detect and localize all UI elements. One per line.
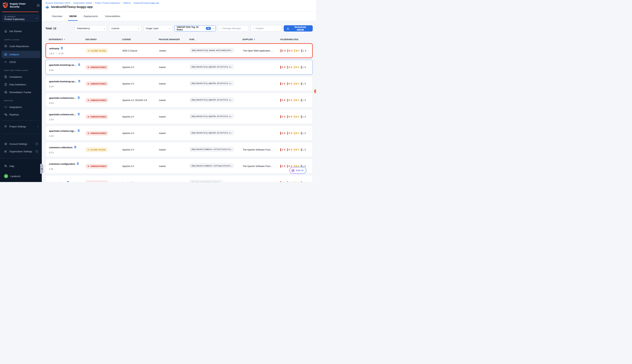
- app-switcher-grid-icon[interactable]: [37, 4, 40, 7]
- info-icon[interactable]: i: [36, 142, 38, 145]
- owasp-risks-filter-select[interactable]: OWASP OSS Top 10 Risks02∨: [174, 25, 216, 32]
- unmaintained-icon: ⊗: [88, 165, 89, 168]
- purl-pill[interactable]: pkg:maven/commons-configuration/…: [190, 164, 234, 168]
- license-value: Apache-2.0: [122, 182, 159, 182]
- purl-pill[interactable]: pkg:maven/org.apache.directory.s…: [190, 98, 234, 102]
- sidebar-item-account-settings[interactable]: Account Settings i: [2, 140, 40, 147]
- license-value: Apache-2.0: [122, 66, 159, 68]
- package-manager-search-input[interactable]: [222, 27, 247, 30]
- sidebar-item-code-repositories[interactable]: Code Repositories: [2, 43, 40, 50]
- sidebar-item-integrations[interactable]: Integrations: [2, 104, 40, 110]
- vuln-c-count: C0: [280, 49, 286, 52]
- layers-icon: [66, 181, 69, 182]
- vuln-c-count: C0: [280, 148, 285, 151]
- layers-icon: [77, 129, 80, 133]
- purl-pill[interactable]: pkg:maven/org.apache.directory.s…: [190, 130, 234, 135]
- purl-pill[interactable]: pkg:maven/org.apache.directory.s…: [190, 64, 234, 69]
- table-row[interactable]: apacheds-schema-boo…1.5.5⊗UNMAINTAINEDAp…: [46, 93, 313, 108]
- col-supplier[interactable]: SUPPLIER▲▼: [242, 38, 280, 40]
- purl-pill[interactable]: pkg:maven/commons-collections/co…: [190, 147, 234, 152]
- breadcrumb-organization[interactable]: Organization: default: [73, 2, 92, 4]
- info-icon[interactable]: i: [36, 150, 38, 153]
- license-filter-select[interactable]: License∨: [109, 25, 142, 32]
- breadcrumb-artifacts[interactable]: Artifacts: [123, 2, 131, 4]
- oss-risk-badge: ⊗UNMAINTAINED: [86, 82, 108, 86]
- breadcrumb-account[interactable]: Account: Automation-SSCA: [46, 2, 70, 4]
- supply-chain-shield-logo: [2, 2, 8, 8]
- supplier-value: The Open Web Application …: [243, 50, 280, 52]
- oss-risk-badge: ⊘CLOSE TO EOL: [86, 147, 108, 152]
- vuln-l-count: L0: [301, 99, 306, 102]
- package-manager-value: maven: [159, 148, 190, 151]
- tab-sbom[interactable]: SBOM: [69, 12, 76, 21]
- sidebar-user-menu[interactable]: L Lavakush: [2, 173, 40, 180]
- sidebar-item-help[interactable]: ? Help: [2, 163, 40, 169]
- sidebar-item-organization-settings[interactable]: Organization Settings i: [2, 148, 40, 155]
- layers-icon: [60, 47, 63, 50]
- table-row[interactable]: antisamy1.5.3→1.7.8⊘CLOSE TO EOLBSD-2-Cl…: [46, 43, 313, 58]
- select-value: License: [112, 27, 119, 30]
- close-to-eol-icon: ⊘: [88, 50, 90, 52]
- sidebar-item-artifacts[interactable]: Artifacts: [2, 51, 40, 58]
- supplier-search-input[interactable]: [256, 27, 280, 30]
- table-row[interactable]: apacheds-bootstrap-ex…1.5.5⊗UNMAINTAINED…: [46, 60, 313, 74]
- chevron-down-icon: ∨: [211, 28, 214, 30]
- owasp-count-badge: 02: [206, 27, 211, 30]
- purl-pill[interactable]: pkg:maven/org.owasp.antisamy/ant…: [190, 48, 234, 52]
- vuln-h-count: H0: [287, 132, 292, 135]
- unmaintained-icon: ⊗: [88, 66, 89, 68]
- col-dependency[interactable]: DEPENDENCY▼: [49, 38, 86, 40]
- table-row[interactable]: apacheds-bootstrap-pa…1.5.5⊗UNMAINTAINED…: [46, 76, 313, 91]
- purl-pill[interactable]: pkg:maven/org.apache.directory.s…: [190, 81, 234, 86]
- project-selector[interactable]: PROJECT Product Exploratory ›: [2, 15, 39, 22]
- ask-ai-button[interactable]: Ask AI: [289, 167, 306, 174]
- table-row[interactable]: commons-collections3.2.2⊘CLOSE TO EOLApa…: [46, 142, 313, 157]
- table-row[interactable]: commons-lang⊗UNMAINTAINEDApache-2.0maven…: [46, 175, 313, 182]
- sidebar-item-project-settings[interactable]: ⚙ Project Settings ›: [2, 123, 40, 130]
- dependency-version: 1.5.3→1.7.8: [49, 52, 86, 54]
- tab-deployments[interactable]: Deployments: [84, 12, 98, 21]
- sidebar-item-label: Account Settings: [9, 142, 27, 145]
- sidebar-item-pipelines[interactable]: Pipelines: [2, 111, 40, 118]
- breadcrumb-artifact-name[interactable]: lavakush07/easy-buggy-app: [134, 2, 159, 4]
- vuln-h-count: H0: [288, 49, 292, 52]
- dependency-name: commons-lang: [49, 182, 65, 182]
- dependency-name: commons-collections: [49, 146, 72, 149]
- page-title: lavakush07/easy-buggy-app: [51, 5, 93, 9]
- dependency-name: apacheds-bootstrap-ex…: [49, 64, 76, 66]
- dependency-name: commons-configuration: [49, 163, 75, 165]
- purl-pill[interactable]: pkg:maven/org.apache.directory.s…: [190, 114, 234, 118]
- pipelines-icon: [4, 113, 7, 116]
- sidebar-collapse-handle[interactable]: ◀: [40, 164, 43, 174]
- vuln-m-count: M0: [294, 82, 299, 85]
- license-value: Apache-2.0: [122, 132, 159, 134]
- download-sbom-button[interactable]: Download SBOM: [284, 25, 313, 32]
- vuln-l-count: L0: [301, 181, 306, 182]
- tab-overview[interactable]: Overview: [52, 12, 62, 21]
- sidebar-item-compliance[interactable]: Compliance: [2, 74, 40, 80]
- vuln-c-count: C0: [280, 165, 285, 168]
- license-value: BSD-2-Clause: [122, 50, 159, 52]
- sort-desc-icon: ▼: [64, 39, 65, 40]
- vuln-c-count: C0: [280, 132, 285, 135]
- table-row[interactable]: apacheds-schema-regi…1.5.5⊗UNMAINTAINEDA…: [46, 126, 313, 140]
- sidebar-item-remediation-tracker[interactable]: Remediation Tracker: [2, 89, 40, 96]
- select-value: Image Layer: [146, 27, 158, 30]
- purl-pill[interactable]: pkg:maven/commons-lang/…: [190, 180, 223, 182]
- chevron-sep: ›: [72, 2, 72, 4]
- table-row[interactable]: commons-configuration1.10⊗UNMAINTAINEDAp…: [46, 159, 313, 174]
- app-title: Supply Chain Security: [10, 2, 30, 8]
- layers-icon: [74, 146, 76, 149]
- table-row[interactable]: apacheds-schema-extr…1.5.5⊗UNMAINTAINEDA…: [46, 109, 313, 124]
- sidebar-item-rule-definitions[interactable]: Rule Definitions: [2, 81, 40, 88]
- dependency-name: apacheds-schema-regi…: [49, 130, 76, 132]
- sidebar-item-get-started[interactable]: Get Started: [2, 28, 40, 34]
- image-layer-filter-select[interactable]: Image Layer∨: [144, 25, 172, 32]
- package-manager-value: maven: [159, 66, 190, 68]
- sidebar-item-cicd[interactable]: ∞ CI/CD: [2, 59, 40, 65]
- vuln-h-count: H0: [287, 115, 292, 118]
- gear-icon: ⚙: [4, 125, 7, 128]
- breadcrumb-project[interactable]: Project: Product Exploratory: [95, 2, 120, 4]
- tab-vulnerabilities[interactable]: Vulnerabilities: [105, 12, 120, 21]
- dependency-filter-select[interactable]: Dependency∨: [74, 25, 107, 32]
